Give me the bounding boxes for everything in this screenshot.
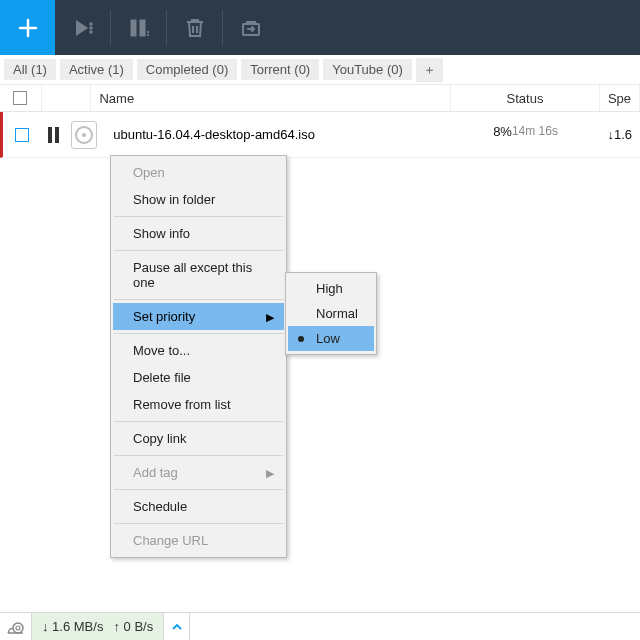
header-checkbox-cell[interactable] (0, 85, 42, 111)
separator (114, 216, 283, 217)
separator (114, 421, 283, 422)
snail-mode-icon[interactable] (0, 613, 32, 640)
status-bar: ↓ 1.6 MB/s ↑ 0 B/s (0, 612, 640, 640)
separator (114, 333, 283, 334)
header-speed[interactable]: Spe (600, 85, 640, 111)
separator (114, 523, 283, 524)
priority-low-label: Low (316, 331, 340, 346)
menu-remove[interactable]: Remove from list (113, 391, 284, 418)
filter-add[interactable]: ＋ (416, 58, 443, 82)
svg-point-4 (90, 27, 92, 29)
delete-button[interactable] (167, 0, 222, 55)
add-button[interactable] (0, 0, 55, 55)
pause-icon (48, 127, 59, 143)
play-button[interactable] (55, 0, 110, 55)
menu-pause-except[interactable]: Pause all except this one (113, 254, 284, 296)
svg-rect-6 (131, 20, 136, 36)
menu-set-priority[interactable]: Set priority▶ (113, 303, 284, 330)
menu-schedule[interactable]: Schedule (113, 493, 284, 520)
eta-label: 14m 16s (512, 124, 558, 139)
collapse-status-icon[interactable] (164, 613, 190, 640)
svg-point-3 (90, 23, 92, 25)
separator (114, 489, 283, 490)
download-row[interactable]: ubuntu-16.04.4-desktop-amd64.iso 8% 14m … (0, 112, 640, 158)
menu-delete-file[interactable]: Delete file (113, 364, 284, 391)
upload-rate: ↑ 0 B/s (113, 619, 153, 634)
svg-rect-7 (140, 20, 145, 36)
file-type-icon (71, 121, 97, 149)
separator (114, 455, 283, 456)
filter-completed[interactable]: Completed (0) (137, 59, 237, 80)
transfer-rates[interactable]: ↓ 1.6 MB/s ↑ 0 B/s (32, 613, 164, 640)
separator (114, 299, 283, 300)
row-checkbox[interactable] (15, 128, 29, 142)
menu-add-tag-label: Add tag (133, 465, 178, 480)
list-header: Name Status Spe (0, 85, 640, 112)
context-menu: Open Show in folder Show info Pause all … (110, 155, 287, 558)
chevron-right-icon: ▶ (266, 466, 274, 479)
filter-all[interactable]: All (1) (4, 59, 56, 80)
chevron-right-icon: ▶ (266, 310, 274, 323)
menu-open[interactable]: Open (113, 159, 284, 186)
priority-normal[interactable]: Normal (288, 301, 374, 326)
status-cell: 8% 14m 16s (452, 112, 600, 157)
main-toolbar (0, 0, 640, 55)
filter-youtube[interactable]: YouTube (0) (323, 59, 412, 80)
menu-copy-link[interactable]: Copy link (113, 425, 284, 452)
menu-add-tag[interactable]: Add tag▶ (113, 459, 284, 486)
filter-active[interactable]: Active (1) (60, 59, 133, 80)
svg-point-13 (13, 623, 23, 633)
select-all-checkbox[interactable] (13, 91, 27, 105)
menu-move-to[interactable]: Move to... (113, 337, 284, 364)
header-name[interactable]: Name (91, 85, 451, 111)
priority-low[interactable]: Low (288, 326, 374, 351)
percent-label: 8% (493, 124, 512, 139)
priority-high[interactable]: High (288, 276, 374, 301)
separator (114, 250, 283, 251)
header-status[interactable]: Status (451, 85, 600, 111)
header-icon-cell (42, 85, 92, 111)
menu-show-info[interactable]: Show info (113, 220, 284, 247)
menu-show-in-folder[interactable]: Show in folder (113, 186, 284, 213)
svg-point-5 (90, 31, 92, 33)
download-rate: ↓ 1.6 MB/s (42, 619, 103, 634)
pause-button[interactable] (111, 0, 166, 55)
move-button[interactable] (223, 0, 278, 55)
svg-point-8 (147, 31, 149, 33)
svg-point-9 (147, 34, 149, 36)
filter-torrent[interactable]: Torrent (0) (241, 59, 319, 80)
speed-label: ↓1.6 (607, 127, 632, 142)
svg-marker-2 (76, 20, 88, 36)
svg-point-14 (16, 626, 20, 630)
menu-change-url[interactable]: Change URL (113, 527, 284, 554)
priority-submenu: High Normal Low (285, 272, 377, 355)
filter-bar: All (1) Active (1) Completed (0) Torrent… (0, 55, 640, 85)
bullet-icon (298, 336, 304, 342)
menu-set-priority-label: Set priority (133, 309, 195, 324)
file-name: ubuntu-16.04.4-desktop-amd64.iso (105, 112, 451, 157)
